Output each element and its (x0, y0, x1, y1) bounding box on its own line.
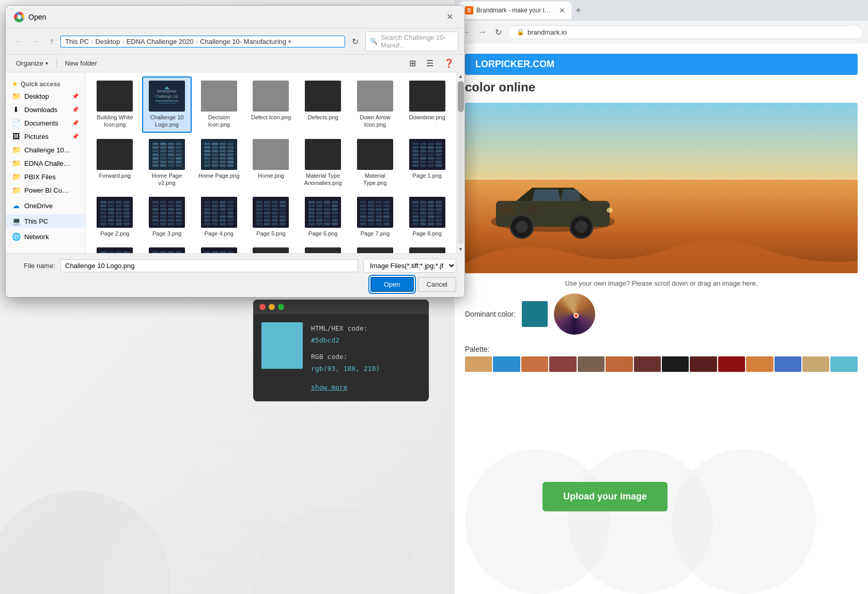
file-item[interactable]: Forward.png (90, 135, 140, 191)
sidebar-item-desktop[interactable]: 📁 Desktop 📌 (6, 89, 85, 103)
scroll-down-button[interactable]: ▼ (458, 246, 463, 252)
view-help-button[interactable]: ❓ (440, 57, 458, 70)
file-item[interactable]: Page 10.png (142, 243, 192, 253)
file-item[interactable]: Page 2.png (90, 193, 140, 241)
file-item[interactable]: Plant (246, 243, 296, 253)
view-toggle-button[interactable]: ⊞ (405, 57, 420, 70)
organize-button[interactable]: Organize ▾ (12, 58, 52, 69)
file-item[interactable]: Page 7.png (350, 193, 400, 241)
palette-swatch-6[interactable] (634, 356, 661, 372)
sidebar-item-powerbi[interactable]: 📁 Power BI Custom Vi.. (6, 183, 85, 197)
show-more-link[interactable]: show more (311, 383, 347, 391)
file-item[interactable]: Home Page.png (194, 135, 244, 191)
filetype-dropdown[interactable]: Image Files(*.tiff;*.jpg;*.jfif;*.gi (363, 259, 456, 273)
reload-button[interactable]: ↻ (493, 25, 504, 39)
palette-swatch-2[interactable] (521, 356, 548, 372)
palette-swatch-11[interactable] (774, 356, 801, 372)
file-item[interactable]: Defect Icon.png (246, 76, 296, 133)
file-thumbnail (149, 197, 185, 228)
file-item[interactable]: Page 9.png (90, 243, 140, 253)
sidebar-item-downloads[interactable]: ⬇ Downloads 📌 (6, 103, 85, 116)
svg-rect-132 (100, 223, 106, 225)
palette-swatch-13[interactable] (830, 356, 857, 372)
dialog-back-button[interactable]: ← (12, 36, 25, 47)
file-item[interactable]: Page 11.png (194, 243, 244, 253)
sidebar-item-documents[interactable]: 📄 Documents 📌 (6, 116, 85, 130)
file-item[interactable]: Down Arrow Icon.png (350, 76, 400, 133)
network-section: 🌐 Network (6, 230, 85, 243)
network-icon: 🌐 (12, 232, 20, 241)
file-item[interactable]: Decision Icon.png (194, 76, 244, 133)
scroll-thumb[interactable] (458, 81, 464, 112)
file-item[interactable]: Page 3.png (142, 193, 192, 241)
new-folder-button[interactable]: New folder (61, 58, 101, 69)
svg-text:Challenge Ltd.: Challenge Ltd. (155, 95, 178, 99)
palette-swatch-5[interactable] (606, 356, 632, 372)
dialog-refresh-button[interactable]: ↻ (349, 36, 361, 48)
sidebar-item-pbix[interactable]: 📁 PBIX Files (6, 170, 85, 183)
file-item[interactable]: Enterprise Challenge Ltd. Challenge 10 L… (142, 76, 192, 133)
palette-swatch-12[interactable] (802, 356, 829, 372)
cancel-button[interactable]: Cancel (418, 277, 456, 292)
svg-rect-187 (212, 219, 218, 222)
palette-swatch-4[interactable] (578, 356, 605, 372)
palette-swatch-9[interactable] (718, 356, 745, 372)
file-item[interactable]: Material Type.png (350, 135, 400, 191)
dialog-forward-button[interactable]: → (29, 36, 43, 47)
svg-rect-73 (227, 161, 234, 163)
browser-tab[interactable]: B Brandmark - make your logo in ... ✕ (459, 2, 571, 19)
file-item[interactable]: Building White Icon.png (90, 76, 140, 133)
file-item[interactable]: Page 4.png (194, 193, 244, 241)
svg-rect-259 (376, 205, 382, 207)
svg-rect-287 (420, 205, 426, 207)
svg-rect-98 (436, 157, 442, 160)
file-item[interactable]: Downtime.png (402, 76, 452, 133)
sidebar-item-pictures[interactable]: 🖼 Pictures 📌 (6, 130, 85, 143)
view-list-button[interactable]: ☰ (422, 57, 438, 70)
palette-swatch-0[interactable] (465, 356, 492, 372)
sidebar-item-thispc[interactable]: 💻 This PC (6, 214, 85, 228)
dialog-up-button[interactable]: ↑ (47, 36, 56, 47)
file-item[interactable]: Material Type Anomalies.png (298, 135, 348, 191)
forward-button[interactable]: → (476, 25, 489, 39)
open-button[interactable]: Open (370, 277, 414, 292)
hex-label-line: HTML/HEX code: #5dbcd2 (311, 322, 380, 347)
palette-swatch-7[interactable] (662, 356, 689, 372)
file-item[interactable]: Page 5.png (246, 193, 296, 241)
svg-rect-160 (176, 219, 182, 222)
file-item[interactable]: Home Page v2.png (142, 135, 192, 191)
address-bar[interactable]: 🔒 brandmark.io (508, 25, 863, 39)
sidebar-item-edna[interactable]: 📁 EDNA Challenge 20.. (6, 157, 85, 170)
scroll-up-button[interactable]: ▲ (458, 73, 463, 79)
dialog-scrollbar[interactable]: ▲ ▼ (456, 72, 464, 253)
close-tab-icon[interactable]: ✕ (559, 6, 565, 14)
scroll-track[interactable] (458, 81, 464, 244)
show-more-line[interactable]: show more (311, 381, 380, 393)
palette-swatch-10[interactable] (746, 356, 773, 372)
file-item[interactable]: Ranking.png (350, 243, 400, 253)
palette-swatch-3[interactable] (549, 356, 576, 372)
file-item[interactable]: Page 8.png (402, 193, 452, 241)
svg-rect-18 (158, 103, 176, 104)
dialog-search-box[interactable]: 🔍 Search Challenge 10- Manuf... (365, 32, 458, 51)
breadcrumb-dropdown-button[interactable]: ▾ (288, 39, 291, 44)
palette-swatch-1[interactable] (493, 356, 520, 372)
file-item[interactable]: Page 1.png (402, 135, 452, 191)
file-item[interactable]: Home.png (246, 135, 296, 191)
new-tab-button[interactable]: + (571, 3, 585, 18)
svg-rect-162 (160, 223, 166, 225)
upload-image-button[interactable]: Upload your image (542, 482, 668, 511)
sidebar-item-network[interactable]: 🌐 Network (6, 230, 85, 243)
dialog-breadcrumb[interactable]: This PC › Desktop › EDNA Challenge 2020 … (60, 36, 345, 48)
file-item[interactable]: Defects.png (298, 76, 348, 133)
file-item[interactable]: Page 6.png (298, 193, 348, 241)
sidebar-item-challenge[interactable]: 📁 Challenge 10- Manu (6, 143, 85, 157)
sidebar-item-onedrive[interactable]: ☁ OneDrive (6, 199, 85, 212)
file-item[interactable]: Recon.png (402, 243, 452, 253)
svg-rect-193 (227, 223, 234, 225)
filename-input[interactable] (60, 259, 358, 272)
file-thumbnail (305, 197, 341, 228)
file-item[interactable]: Plants.png (298, 243, 348, 253)
palette-swatch-8[interactable] (690, 356, 717, 372)
dialog-close-button[interactable]: ✕ (443, 11, 456, 23)
